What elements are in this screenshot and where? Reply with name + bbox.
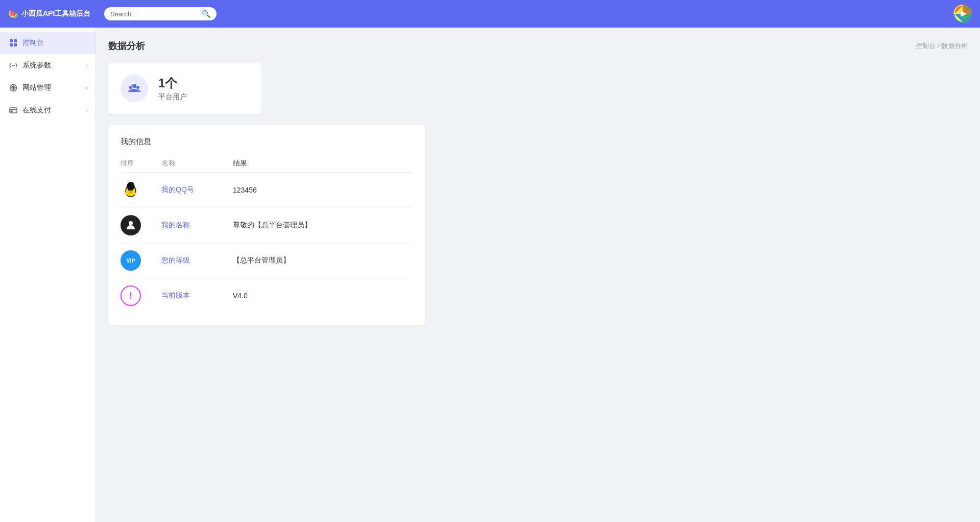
website-mgmt-icon (8, 83, 18, 93)
svg-rect-11 (10, 108, 17, 113)
info-row-name: 我的名称 尊敬的【总平台管理员】 (121, 208, 413, 243)
svg-point-26 (129, 221, 133, 225)
page-title: 数据分析 (108, 40, 145, 52)
sidebar-item-website-mgmt[interactable]: 网站管理 › (0, 77, 95, 99)
main-content: 数据分析 控制台 / 数据分析 1个 平台用户 (96, 28, 980, 522)
sidebar-item-label-payment: 在线支付 (22, 106, 85, 115)
header: 🍉 小西瓜API工具箱后台 🔍 (0, 0, 980, 28)
search-button[interactable]: 🔍 (202, 10, 210, 18)
payment-icon (8, 105, 18, 115)
rank-qq (121, 180, 161, 200)
person-icon (121, 215, 141, 235)
breadcrumb-current: 数据分析 (941, 42, 968, 50)
name-person[interactable]: 我的名称 (161, 221, 233, 230)
qq-icon (121, 180, 141, 200)
svg-rect-5 (14, 43, 17, 46)
breadcrumb: 控制台 / 数据分析 (916, 41, 968, 51)
result-version: V4.0 (233, 292, 413, 300)
info-row-level: VIP 您的等级 【总平台管理员】 (121, 243, 413, 278)
col-header-rank: 排序 (121, 159, 161, 168)
info-table-header: 排序 名称 结果 (121, 155, 413, 173)
stats-label: 平台用户 (158, 92, 187, 102)
system-params-icon (8, 60, 18, 70)
avatar-icon (953, 5, 972, 23)
page-header: 数据分析 控制台 / 数据分析 (108, 40, 968, 52)
stats-card: 1个 平台用户 (108, 62, 261, 114)
sidebar-item-payment[interactable]: 在线支付 › (0, 99, 95, 122)
result-level: 【总平台管理员】 (233, 256, 413, 265)
chevron-icon-payment: › (85, 107, 87, 114)
sidebar-item-label-system-params: 系统参数 (22, 61, 85, 70)
rank-level: VIP (121, 250, 161, 271)
stats-icon (121, 75, 148, 102)
info-row-version: ! 当前版本 V4.0 (121, 278, 413, 313)
layout: 控制台 系统参数 › 网站管理 (0, 28, 980, 522)
col-header-name: 名称 (161, 159, 233, 168)
sidebar-item-dashboard[interactable]: 控制台 (0, 32, 95, 54)
svg-rect-2 (10, 39, 13, 42)
sidebar: 控制台 系统参数 › 网站管理 (0, 28, 96, 522)
logo: 🍉 小西瓜API工具箱后台 (8, 9, 104, 19)
svg-point-15 (129, 86, 132, 89)
svg-point-14 (132, 84, 136, 88)
chevron-icon-website-mgmt: › (85, 84, 87, 91)
name-qq[interactable]: 我的QQ号 (161, 185, 233, 195)
svg-marker-1 (961, 11, 967, 17)
svg-point-25 (127, 182, 134, 189)
rank-version: ! (121, 286, 161, 306)
svg-point-16 (136, 86, 139, 89)
logo-icon: 🍉 (8, 9, 18, 19)
breadcrumb-sep: / (938, 42, 941, 50)
svg-point-23 (129, 191, 132, 193)
name-version[interactable]: 当前版本 (161, 291, 233, 300)
sidebar-item-label-website-mgmt: 网站管理 (22, 83, 85, 92)
stats-info: 1个 平台用户 (158, 75, 187, 102)
search-input[interactable] (110, 10, 198, 18)
breadcrumb-home: 控制台 (916, 42, 936, 50)
col-header-result: 结果 (233, 159, 413, 168)
svg-rect-4 (10, 43, 13, 46)
search-bar[interactable]: 🔍 (104, 7, 217, 20)
vip-icon: VIP (121, 250, 141, 271)
dashboard-icon (8, 38, 18, 48)
result-qq: 123456 (233, 186, 413, 194)
svg-rect-13 (11, 111, 12, 112)
result-name: 尊敬的【总平台管理员】 (233, 221, 413, 230)
name-level[interactable]: 您的等级 (161, 256, 233, 265)
svg-rect-3 (14, 39, 17, 42)
version-icon: ! (121, 286, 141, 306)
info-card: 我的信息 排序 名称 结果 (108, 125, 425, 325)
sidebar-item-label-dashboard: 控制台 (22, 38, 87, 48)
stats-count: 1个 (158, 75, 177, 91)
rank-name (121, 215, 161, 235)
logo-text: 小西瓜API工具箱后台 (21, 9, 90, 18)
sidebar-item-system-params[interactable]: 系统参数 › (0, 54, 95, 77)
info-card-title: 我的信息 (121, 137, 413, 147)
avatar[interactable] (953, 5, 972, 23)
info-row-qq: 我的QQ号 123456 (121, 173, 413, 208)
chevron-icon-system-params: › (85, 62, 87, 69)
